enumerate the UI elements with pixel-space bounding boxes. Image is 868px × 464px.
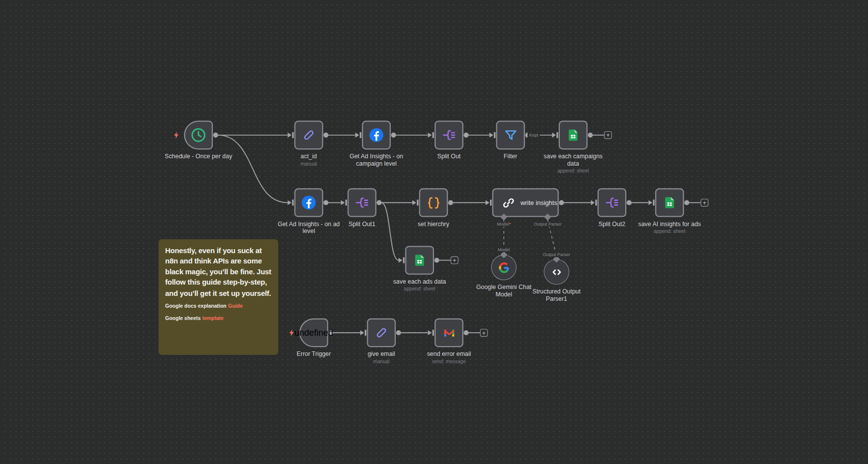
- connection-label: Output Parser: [541, 252, 572, 257]
- sticky-docs-line: Google docs explanationGuide: [165, 303, 272, 309]
- sticky-sheets-link[interactable]: template: [203, 316, 224, 321]
- connection-label-text: Output Parser: [534, 222, 561, 227]
- node-fb_campaign[interactable]: [362, 121, 391, 150]
- connection-label-text: Model: [498, 247, 510, 252]
- add-node-button-sheets_ads[interactable]: +: [451, 257, 459, 264]
- splitout-icon: [354, 195, 370, 211]
- sticky-note-title: Honestly, even if you suck at n8n and th…: [165, 245, 272, 298]
- node-gemini[interactable]: [491, 255, 517, 280]
- node-schedule[interactable]: [184, 121, 213, 150]
- splitout-icon: [604, 195, 620, 211]
- facebook-icon: [368, 127, 385, 144]
- clock-icon: [190, 127, 207, 144]
- sticky-docs-label: Google docs explanation: [165, 303, 227, 309]
- sticky-note[interactable]: Honestly, even if you suck at n8n and th…: [159, 239, 279, 355]
- node-give_email[interactable]: [367, 319, 396, 348]
- connections-layer: [0, 0, 868, 464]
- node-sheets_ads[interactable]: [405, 246, 434, 275]
- node-sheets_campaigns[interactable]: [559, 121, 588, 150]
- connection-label-text: Kept: [529, 133, 539, 138]
- add-node-button-send_error[interactable]: +: [480, 329, 488, 337]
- sheets-icon: [567, 128, 580, 142]
- sticky-sheets-line: Google sheetstemplate: [165, 316, 272, 321]
- node-split_out1[interactable]: [347, 188, 376, 217]
- node-inner-label: write insights: [521, 200, 557, 206]
- add-node-button-sheets_campaigns[interactable]: +: [604, 131, 612, 139]
- node-sheets_ai[interactable]: [655, 188, 684, 217]
- gmail-icon: [441, 325, 456, 340]
- node-parser[interactable]: [544, 259, 569, 285]
- add-node-button-sheets_ai[interactable]: +: [700, 199, 708, 206]
- filter-icon: [503, 128, 518, 143]
- workflow-canvas[interactable]: Honestly, even if you suck at n8n and th…: [0, 0, 868, 464]
- anglebrackets-icon: [550, 265, 563, 278]
- sheets-icon: [413, 254, 426, 267]
- link-icon: [502, 196, 516, 209]
- node-act_id[interactable]: [294, 121, 323, 150]
- node-error_trigger[interactable]: undefined: [299, 319, 328, 348]
- connection-split_out1-sheets_ads[interactable]: [381, 203, 399, 260]
- connection-schedule-fb_ad[interactable]: [218, 135, 288, 203]
- connection-label-text: Model: [497, 222, 509, 227]
- sticky-sheets-label: Google sheets: [165, 316, 201, 321]
- trigger-lightning-icon: [173, 131, 180, 139]
- connection-label: Model*: [495, 222, 513, 227]
- node-fb_ad[interactable]: [294, 188, 323, 217]
- bug-icon: undefined: [294, 328, 333, 338]
- node-filter[interactable]: [496, 121, 525, 150]
- node-send_error[interactable]: [434, 319, 463, 348]
- required-star: *: [509, 222, 511, 227]
- node-set_hierchry[interactable]: [419, 188, 448, 217]
- braces-icon: [426, 195, 442, 211]
- pencil-icon: [301, 128, 316, 142]
- connection-label: Kept: [527, 133, 540, 138]
- sticky-docs-link[interactable]: Guide: [228, 303, 243, 309]
- sheets-icon: [663, 196, 676, 209]
- connection-label: Model: [496, 247, 511, 252]
- googleG-icon: [497, 261, 511, 274]
- connection-label: Output Parser: [532, 222, 563, 227]
- pencil-icon: [374, 325, 388, 340]
- node-split_out[interactable]: [434, 121, 463, 150]
- splitout-icon: [441, 127, 457, 143]
- node-write_insights[interactable]: write insights: [492, 188, 558, 217]
- facebook-icon: [300, 194, 317, 211]
- connection-label-text: Output Parser: [543, 252, 570, 257]
- node-split_out2[interactable]: [598, 188, 627, 217]
- trigger-lightning-icon: [288, 329, 295, 337]
